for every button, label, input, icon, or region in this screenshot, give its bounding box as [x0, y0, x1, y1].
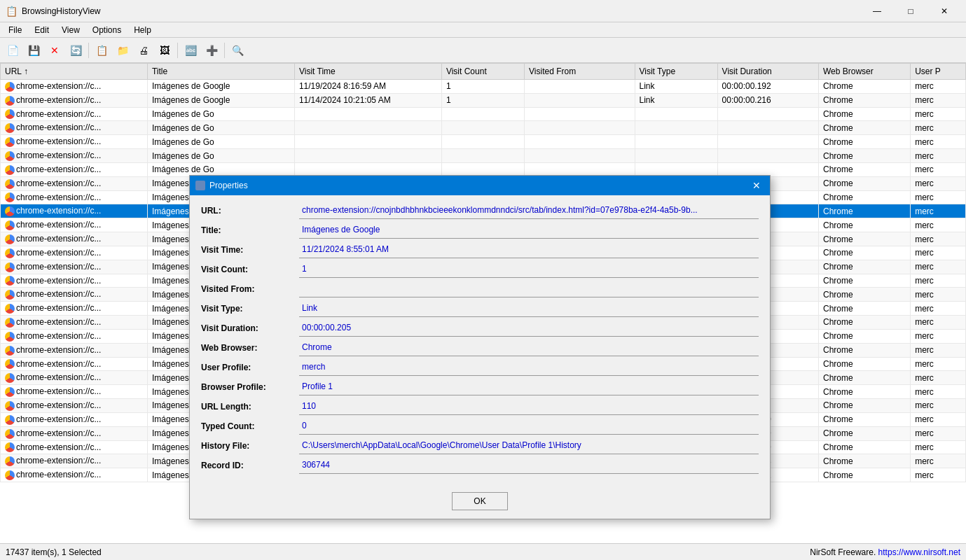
close-button[interactable]: ✕	[928, 1, 960, 21]
toolbar-new[interactable]: 📄	[3, 41, 22, 60]
table-cell: Link	[635, 93, 717, 107]
menu-view[interactable]: View	[56, 24, 85, 36]
table-cell: chrome-extension://c...	[1, 385, 148, 399]
col-visit-time[interactable]: Visit Time	[294, 64, 441, 80]
toolbar-search[interactable]: 🔍	[228, 41, 247, 60]
col-visited-from[interactable]: Visited From	[525, 64, 635, 80]
dialog-row: Web Browser:Chrome	[201, 341, 759, 358]
menu-file[interactable]: File	[3, 24, 27, 36]
col-url[interactable]: URL ↑	[1, 64, 148, 80]
col-visit-type[interactable]: Visit Type	[635, 64, 717, 80]
dialog-close-button[interactable]: ✕	[749, 178, 764, 192]
col-visit-count[interactable]: Visit Count	[441, 64, 524, 80]
dialog-row: Visited From:	[201, 282, 759, 299]
dialog-field-value-container: 1	[299, 262, 759, 278]
table-cell: merc	[911, 426, 966, 440]
properties-dialog[interactable]: Properties ✕ URL:chrome-extension://cnoj…	[189, 175, 771, 519]
dialog-field-label: Title:	[201, 223, 299, 235]
dialog-field-value-container: chrome-extension://cnojnbdhbhnkbcieeekon…	[299, 204, 759, 219]
dialog-field-label: Browser Profile:	[201, 380, 299, 392]
table-row[interactable]: chrome-extension://c...Imágenes de GoChr…	[1, 135, 966, 149]
dialog-field-value: 11/21/2024 8:55:01 AM	[302, 244, 389, 254]
col-title[interactable]: Title	[147, 64, 294, 80]
table-cell: chrome-extension://c...	[1, 316, 148, 330]
col-user[interactable]: User P	[911, 64, 966, 80]
toolbar-delete[interactable]: ✕	[45, 41, 64, 60]
col-browser[interactable]: Web Browser	[818, 64, 910, 80]
table-row[interactable]: chrome-extension://c...Imágenes de Googl…	[1, 80, 966, 94]
table-cell: merc	[911, 316, 966, 330]
minimize-button[interactable]: —	[861, 1, 893, 21]
table-cell: Imágenes de Google	[147, 80, 294, 94]
toolbar-refresh[interactable]: 🔄	[66, 41, 85, 60]
toolbar-print[interactable]: 🖨	[134, 41, 153, 60]
table-cell: Chrome	[818, 316, 910, 330]
dialog-titlebar-left: Properties	[195, 181, 248, 190]
dialog-row: Browser Profile:Profile 1	[201, 380, 759, 397]
table-cell	[525, 135, 635, 149]
table-row[interactable]: chrome-extension://c...Imágenes de GoChr…	[1, 107, 966, 121]
toolbar-sort[interactable]: 🔤	[181, 41, 200, 60]
table-cell: Chrome	[818, 426, 910, 440]
table-row[interactable]: chrome-extension://c...Imágenes de GoChr…	[1, 149, 966, 163]
nirsoft-link[interactable]: https://www.nirsoft.net	[878, 547, 960, 557]
dialog-field-value-container: 110	[299, 400, 759, 415]
dialog-field-label: Visit Duration:	[201, 321, 299, 333]
table-cell: chrome-extension://c...	[1, 80, 148, 94]
table-cell: chrome-extension://c...	[1, 288, 148, 302]
toolbar-html[interactable]: 🖼	[155, 41, 174, 60]
table-cell: Imágenes de Go	[147, 135, 294, 149]
table-cell: merc	[911, 93, 966, 107]
table-cell	[441, 107, 524, 121]
toolbar-sep1	[88, 43, 89, 58]
table-cell	[635, 135, 717, 149]
table-cell	[717, 107, 818, 121]
table-cell: Chrome	[818, 412, 910, 426]
table-cell	[525, 93, 635, 107]
table-cell: 00:00:00.192	[717, 80, 818, 94]
dialog-field-label: History File:	[201, 439, 299, 451]
menu-options[interactable]: Options	[87, 24, 127, 36]
ok-button[interactable]: OK	[452, 492, 508, 510]
table-row[interactable]: chrome-extension://c...Imágenes de Googl…	[1, 93, 966, 107]
toolbar-save[interactable]: 💾	[24, 41, 43, 60]
table-cell: merc	[911, 260, 966, 274]
table-cell: Chrome	[818, 162, 910, 176]
table-cell: chrome-extension://c...	[1, 204, 148, 218]
col-visit-duration[interactable]: Visit Duration	[717, 64, 818, 80]
menu-help[interactable]: Help	[128, 24, 157, 36]
table-cell: merc	[911, 121, 966, 135]
status-count: 17437 item(s), 1 Selected	[6, 547, 102, 557]
table-cell	[294, 135, 441, 149]
toolbar-add[interactable]: ➕	[202, 41, 221, 60]
dialog-field-value: 00:00:00.205	[302, 323, 351, 332]
table-cell: Chrome	[818, 232, 910, 246]
table-cell: merc	[911, 218, 966, 232]
dialog-row: URL:chrome-extension://cnojnbdhbhnkbciee…	[201, 204, 759, 220]
dialog-title: Properties	[209, 181, 248, 190]
toolbar-open-folder[interactable]: 📁	[113, 41, 132, 60]
table-cell: Chrome	[818, 260, 910, 274]
dialog-field-value-container	[299, 282, 759, 298]
maximize-button[interactable]: □	[895, 1, 927, 21]
menu-edit[interactable]: Edit	[29, 24, 55, 36]
dialog-row: Title:Imágenes de Google	[201, 223, 759, 240]
table-cell: merc	[911, 135, 966, 149]
toolbar-copy[interactable]: 📋	[92, 41, 111, 60]
table-cell: Chrome	[818, 343, 910, 357]
table-cell	[294, 121, 441, 135]
table-row[interactable]: chrome-extension://c...Imágenes de GoChr…	[1, 121, 966, 135]
table-cell: chrome-extension://c...	[1, 260, 148, 274]
table-cell: chrome-extension://c...	[1, 302, 148, 316]
dialog-field-value: Imágenes de Google	[302, 225, 380, 234]
dialog-field-value-container: 11/21/2024 8:55:01 AM	[299, 243, 759, 258]
table-cell: merc	[911, 80, 966, 94]
table-cell: chrome-extension://c...	[1, 107, 148, 121]
table-cell: Chrome	[818, 468, 910, 482]
table-cell: Chrome	[818, 135, 910, 149]
table-cell	[635, 149, 717, 163]
dialog-field-value-container: C:\Users\merch\AppData\Local\Google\Chro…	[299, 439, 759, 454]
table-cell	[441, 121, 524, 135]
table-cell: chrome-extension://c...	[1, 440, 148, 454]
table-cell: chrome-extension://c...	[1, 399, 148, 413]
